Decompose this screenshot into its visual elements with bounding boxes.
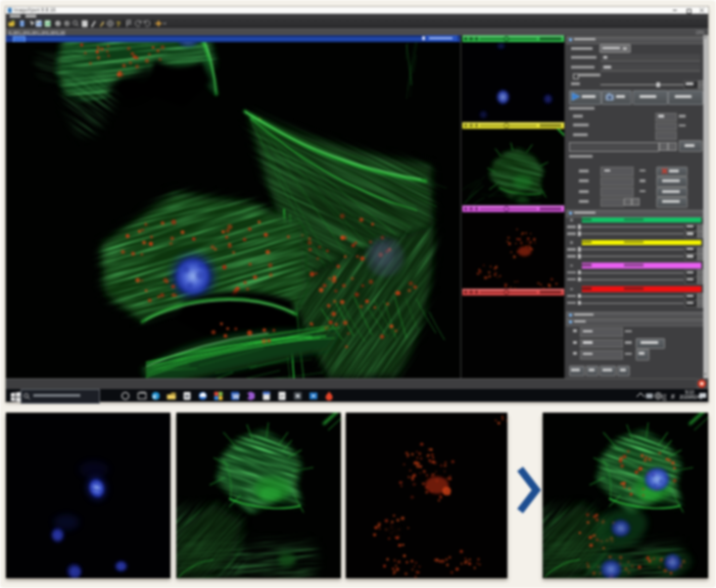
svg-text:((: ((	[662, 393, 667, 401]
svg-text:?: ?	[117, 20, 121, 28]
svg-text:e: e	[153, 391, 157, 401]
svg-text:#: #	[671, 393, 675, 400]
svg-text:W: W	[233, 392, 241, 401]
